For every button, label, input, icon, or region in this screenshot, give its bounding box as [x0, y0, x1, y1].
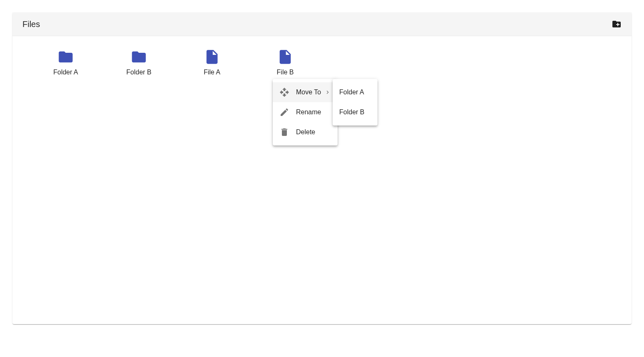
item-label: File A: [204, 69, 220, 76]
menu-label: Move To: [296, 89, 321, 96]
files-panel: Files Folder A Folder B File A File B Mo…: [12, 12, 632, 324]
panel-title: Files: [22, 20, 40, 29]
submenu-label: Folder B: [339, 108, 371, 116]
move-icon: [279, 87, 289, 97]
menu-label: Delete: [296, 128, 331, 136]
file-item[interactable]: File A: [175, 46, 249, 79]
create-folder-icon: [612, 19, 622, 29]
chevron-right-icon: [324, 89, 331, 96]
edit-icon: [279, 107, 289, 117]
folder-item[interactable]: Folder A: [29, 46, 102, 79]
submenu-label: Folder A: [339, 89, 371, 96]
menu-item-move-to[interactable]: Move To: [273, 82, 338, 102]
delete-icon: [279, 127, 289, 137]
submenu-item-folder[interactable]: Folder A: [333, 82, 378, 102]
context-submenu-move-to: Folder A Folder B: [333, 79, 378, 126]
panel-header: Files: [12, 12, 632, 36]
new-folder-button[interactable]: [612, 19, 622, 29]
context-menu: Move To Rename Delete: [273, 79, 338, 145]
file-item[interactable]: File B: [249, 46, 322, 79]
item-label: File B: [277, 69, 294, 76]
folder-icon: [131, 49, 147, 65]
menu-item-delete[interactable]: Delete: [273, 122, 338, 142]
folder-icon: [57, 49, 74, 65]
menu-item-rename[interactable]: Rename: [273, 102, 338, 122]
item-label: Folder B: [126, 69, 151, 76]
menu-label: Rename: [296, 108, 331, 116]
folder-item[interactable]: Folder B: [102, 46, 175, 79]
submenu-item-folder[interactable]: Folder B: [333, 102, 378, 122]
file-icon: [277, 49, 294, 65]
item-label: Folder A: [53, 69, 78, 76]
file-icon: [204, 49, 220, 65]
